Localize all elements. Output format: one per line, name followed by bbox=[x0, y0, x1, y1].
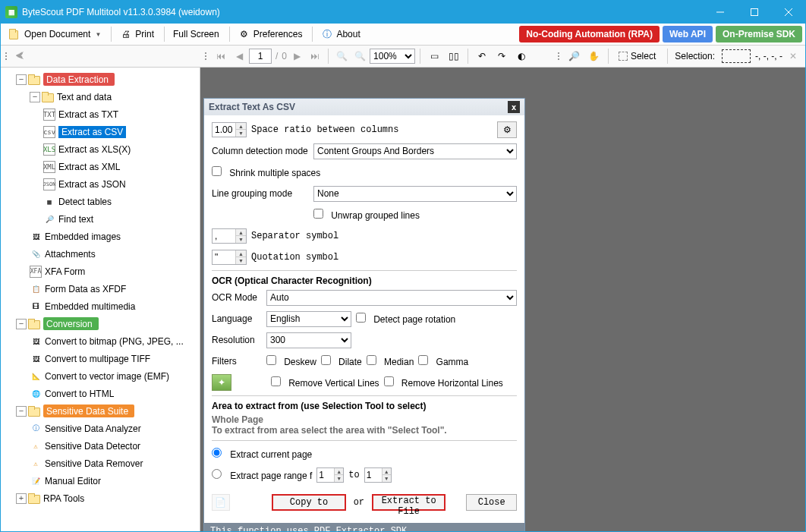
zoom-in-button[interactable]: 🔍 bbox=[351, 48, 368, 65]
leaf-extract-json[interactable]: JSONExtract as JSON bbox=[1, 175, 200, 193]
collapse-button[interactable]: ⮜ bbox=[11, 48, 28, 65]
leaf-xfa-form[interactable]: XFAXFA Form bbox=[1, 263, 200, 280]
space-ratio-spinner[interactable]: ▲▼ bbox=[212, 122, 247, 137]
two-page-button[interactable]: ▯▯ bbox=[445, 48, 463, 65]
toolbar-grip[interactable] bbox=[4, 52, 8, 60]
maximize-button[interactable] bbox=[737, 1, 771, 24]
first-page-button[interactable]: ⏮ bbox=[213, 48, 229, 65]
leaf-conv-tiff[interactable]: 🖼Convert to multipage TIFF bbox=[1, 350, 200, 367]
leaf-conv-vector[interactable]: 📐Convert to vector image (EMF) bbox=[1, 367, 200, 385]
xml-icon: XML bbox=[43, 161, 55, 173]
leaf-embedded-images[interactable]: 🖼Embedded images bbox=[1, 228, 200, 245]
zoom-out-button[interactable]: 🔍 bbox=[333, 48, 350, 65]
about-button[interactable]: ⓘ About bbox=[316, 26, 365, 42]
page-input[interactable] bbox=[249, 49, 272, 64]
collapse-icon[interactable]: − bbox=[16, 319, 27, 329]
remove-vlines-checkbox[interactable]: Remove Vertical Lines bbox=[271, 376, 379, 389]
fullscreen-button[interactable]: Full Screen bbox=[168, 26, 225, 42]
dilate-checkbox[interactable]: Dilate bbox=[321, 355, 362, 368]
close-panel-button[interactable]: Close bbox=[466, 494, 517, 511]
toolbar-grip[interactable] bbox=[556, 52, 561, 60]
clipboard-button[interactable]: 📄 bbox=[212, 494, 230, 511]
leaf-form-data[interactable]: 📋Form Data as XFDF bbox=[1, 280, 200, 297]
binoculars-icon[interactable]: 🔎 bbox=[565, 48, 584, 65]
node-text-and-data[interactable]: −Text and data bbox=[1, 88, 200, 105]
selection-icon bbox=[619, 52, 628, 61]
copy-to-button[interactable]: Copy to bbox=[272, 494, 345, 511]
single-page-button[interactable]: ▭ bbox=[425, 48, 443, 65]
panel-close-button[interactable]: x bbox=[508, 101, 520, 113]
svg-rect-0 bbox=[751, 9, 757, 16]
unwrap-checkbox[interactable]: Unwrap grouped lines bbox=[313, 209, 420, 222]
rotate-left-button[interactable]: ↶ bbox=[473, 48, 491, 65]
leaf-extract-xml[interactable]: XMLExtract as XML bbox=[1, 158, 200, 175]
leaf-extract-xls[interactable]: XLSExtract as XLS(X) bbox=[1, 140, 200, 158]
collapse-icon[interactable]: − bbox=[16, 406, 27, 417]
leaf-manual-editor[interactable]: 📝Manual Editor bbox=[1, 472, 200, 490]
sidebar-tree[interactable]: −Data Extraction −Text and data TXTExtra… bbox=[1, 68, 200, 532]
leaf-sens-detector[interactable]: ⚠Sensitive Data Detector bbox=[1, 437, 200, 455]
leaf-detect-tables[interactable]: ▦Detect tables bbox=[1, 193, 200, 210]
leaf-extract-txt[interactable]: TXTExtract as TXT bbox=[1, 105, 200, 123]
col-detect-select[interactable]: Content Groups And Borders bbox=[313, 143, 517, 159]
extract-to-file-button[interactable]: Extract to File bbox=[372, 494, 446, 511]
node-sensitive[interactable]: −Sensitive Data Suite bbox=[1, 402, 200, 420]
leaf-sens-remover[interactable]: ⚠Sensitive Data Remover bbox=[1, 455, 200, 472]
or-label: or bbox=[354, 497, 364, 508]
prev-page-button[interactable]: ◀ bbox=[231, 48, 247, 65]
zoom-select[interactable]: 100% bbox=[370, 49, 415, 64]
print-button[interactable]: 🖨 Print bbox=[115, 26, 159, 42]
remove-hlines-checkbox[interactable]: Remove Horizontal Lines bbox=[384, 376, 503, 389]
node-data-extraction[interactable]: −Data Extraction bbox=[1, 71, 200, 88]
detect-rotation-checkbox[interactable]: Detect page rotation bbox=[356, 313, 455, 326]
expand-icon[interactable]: + bbox=[16, 493, 27, 504]
shrink-checkbox[interactable]: Shrink multiple spaces bbox=[212, 166, 320, 179]
minimize-button[interactable] bbox=[703, 1, 737, 24]
node-rpa-tools[interactable]: +RPA Tools bbox=[1, 490, 200, 507]
gamma-checkbox[interactable]: Gamma bbox=[418, 355, 468, 368]
leaf-find-text[interactable]: 🔎Find text bbox=[1, 210, 200, 228]
panel-header[interactable]: Extract Text As CSV x bbox=[204, 99, 524, 115]
clear-selection-button[interactable]: ✕ bbox=[784, 48, 802, 65]
sparkle-icon: ✦ bbox=[218, 377, 225, 388]
sdk-pill[interactable]: On-Premise SDK bbox=[716, 26, 802, 42]
range-to-spinner[interactable]: ▲▼ bbox=[364, 467, 392, 483]
toolbar-grip[interactable] bbox=[203, 52, 208, 60]
open-document-button[interactable]: Open Document ▼ bbox=[4, 26, 106, 42]
leaf-sens-analyzer[interactable]: ⓘSensitive Data Analyzer bbox=[1, 420, 200, 437]
language-select[interactable]: English bbox=[266, 311, 351, 327]
leaf-attachments[interactable]: 📎Attachments bbox=[1, 245, 200, 263]
line-group-select[interactable]: None bbox=[313, 186, 517, 202]
ocr-mode-select[interactable]: Auto bbox=[266, 290, 517, 306]
chevron-up-icon[interactable]: ▲ bbox=[235, 123, 246, 130]
node-conversion[interactable]: −Conversion bbox=[1, 315, 200, 332]
chevron-down-icon[interactable]: ▼ bbox=[235, 130, 246, 137]
contrast-button[interactable]: ◐ bbox=[512, 48, 531, 65]
separator-spinner[interactable]: ▲▼ bbox=[212, 228, 247, 244]
quotation-spinner[interactable]: ▲▼ bbox=[212, 250, 247, 265]
settings-button[interactable]: ⚙ bbox=[497, 121, 517, 138]
select-tool-button[interactable]: Select bbox=[613, 48, 661, 65]
gear-icon: ⚙ bbox=[238, 28, 250, 40]
filter-preset-button[interactable]: ✦ bbox=[212, 374, 231, 391]
last-page-button[interactable]: ⏭ bbox=[307, 48, 323, 65]
preferences-button[interactable]: ⚙ Preferences bbox=[233, 26, 308, 42]
next-page-button[interactable]: ▶ bbox=[288, 48, 305, 65]
rpa-pill[interactable]: No-Coding Automation (RPA) bbox=[519, 26, 660, 42]
resolution-select[interactable]: 300 bbox=[266, 332, 351, 348]
extract-range-radio[interactable]: Extract page range f bbox=[212, 469, 312, 482]
webapi-pill[interactable]: Web API bbox=[663, 26, 713, 42]
extract-current-radio[interactable]: Extract current page bbox=[212, 448, 312, 461]
leaf-conv-bitmap[interactable]: 🖼Convert to bitmap (PNG, JPEG, ... bbox=[1, 332, 200, 350]
collapse-icon[interactable]: − bbox=[16, 74, 27, 85]
deskew-checkbox[interactable]: Deskew bbox=[266, 355, 316, 368]
leaf-extract-csv[interactable]: csvExtract as CSV bbox=[1, 123, 200, 140]
collapse-icon[interactable]: − bbox=[30, 92, 40, 102]
leaf-conv-html[interactable]: 🌐Convert to HTML bbox=[1, 385, 200, 402]
leaf-embedded-mm[interactable]: 🎞Embedded multimedia bbox=[1, 297, 200, 315]
hand-tool-button[interactable]: ✋ bbox=[585, 48, 603, 65]
close-button[interactable] bbox=[771, 1, 805, 24]
range-from-spinner[interactable]: ▲▼ bbox=[316, 467, 344, 483]
rotate-right-button[interactable]: ↷ bbox=[493, 48, 511, 65]
median-checkbox[interactable]: Median bbox=[367, 355, 414, 368]
